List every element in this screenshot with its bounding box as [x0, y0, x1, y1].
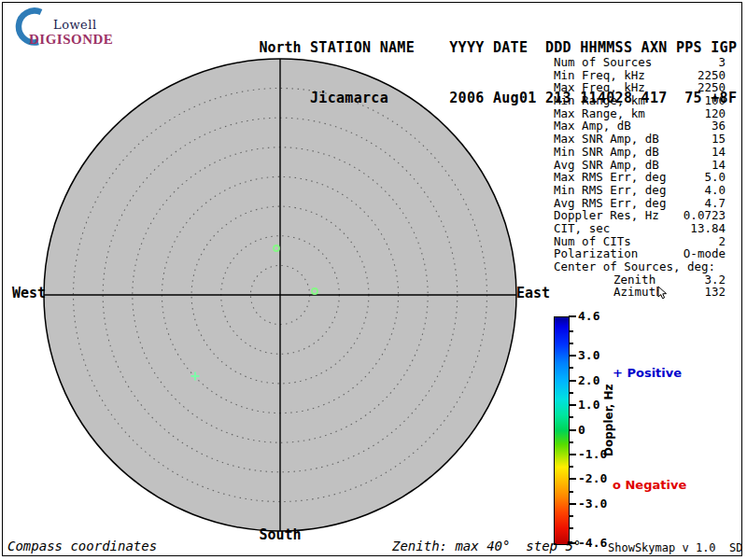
stat-value: 3 [718, 56, 726, 69]
stat-row: Azimuth132 [554, 286, 726, 299]
stat-row: Avg SNR Amp, dB14 [554, 159, 726, 172]
stat-label: Max Amp, dB [554, 119, 631, 133]
colorbar-tick [569, 404, 576, 406]
stat-label: Zenith [613, 273, 655, 287]
stat-label: Doppler Res, Hz [554, 209, 659, 222]
stat-label: CIT, sec [554, 222, 610, 235]
colorbar-tick [569, 478, 576, 480]
stat-row: Min Range, km100 [554, 94, 726, 107]
stat-label: Polarization [554, 247, 638, 260]
doppler-colorbar [554, 316, 570, 545]
zenith-scale-label: Zenith: max 40° step 5° [392, 539, 581, 553]
stat-value: 14 [712, 159, 726, 172]
stat-row: Avg RMS Err, deg4.7 [554, 197, 726, 210]
measurement-stats-panel: Num of Sources3Min Freq, kHz2250Max Freq… [554, 56, 726, 299]
stat-label: Max SNR Amp, dB [554, 133, 659, 146]
colorbar-tick [569, 367, 573, 369]
stat-row: Max Freq, kHz2250 [554, 81, 726, 94]
colorbar-tick-label: -4.6 [578, 537, 607, 550]
colorbar-tick [569, 515, 573, 517]
stat-row: Doppler Res, Hz0.0723 [554, 209, 726, 222]
colorbar-tick [569, 416, 573, 418]
stat-value: 4.7 [704, 197, 726, 210]
stat-value: 13.84 [690, 222, 726, 235]
stat-value: 2 [718, 235, 726, 248]
stat-label: Min Freq, kHz [554, 69, 645, 82]
legend-negative-label: Negative [625, 478, 686, 492]
colorbar-tick [569, 330, 573, 332]
stat-row: Min SNR Amp, dB14 [554, 146, 726, 159]
stat-row: Zenith3.2 [554, 273, 726, 287]
stat-value: 2250 [698, 69, 726, 82]
colorbar-tick-label: 1.0 [578, 399, 599, 412]
legend-positive-label: Positive [627, 366, 682, 380]
stat-label: Max Range, km [554, 107, 645, 120]
stat-row: Min RMS Err, deg4.0 [554, 184, 726, 197]
colorbar-tick [569, 527, 573, 529]
stat-label: Max RMS Err, deg [554, 171, 666, 184]
colorbar-tick-label: -3.0 [578, 497, 607, 511]
circle-marker-icon: o [613, 478, 621, 492]
colorbar-tick-label: 2.0 [578, 374, 599, 387]
stat-label: Num of CITs [554, 235, 631, 248]
colorbar-tick [569, 491, 573, 493]
legend-negative: o Negative [613, 478, 686, 492]
stat-label: Center of Sources, deg: [554, 260, 715, 273]
stat-row: Min Freq, kHz2250 [554, 69, 726, 82]
stat-row: Max RMS Err, deg5.0 [554, 171, 726, 184]
stat-label: Avg SNR Amp, dB [554, 159, 659, 172]
version-label: ShowSkymap v 1.0 SD v 4.2 [608, 541, 747, 554]
stat-value: 2250 [698, 81, 726, 94]
colorbar-tick-label: 0 [578, 424, 585, 437]
west-label: West [12, 285, 46, 301]
stat-label: Min RMS Err, deg [554, 184, 666, 197]
colorbar-tick [569, 380, 576, 382]
colorbar-tick [569, 343, 573, 344]
stat-value: 5.0 [704, 171, 726, 184]
stat-value: 36 [712, 119, 726, 133]
plus-marker-icon: + [613, 366, 623, 380]
stat-label: Num of Sources [554, 56, 652, 69]
stat-row: PolarizationO-mode [554, 247, 726, 260]
colorbar-tick [569, 466, 573, 468]
stat-row: Center of Sources, deg: [554, 260, 726, 273]
colorbar-axis-title: Doppler, Hz [602, 384, 615, 456]
stat-row: CIT, sec13.84 [554, 222, 726, 235]
colorbar-tick [569, 392, 573, 394]
stat-value: 3.2 [704, 273, 726, 287]
colorbar-tick [569, 315, 576, 317]
east-label: East [516, 285, 550, 301]
logo-lowell-text: Lowell [53, 18, 97, 32]
north-label: North [0, 39, 560, 56]
stat-row: Max Amp, dB36 [554, 119, 726, 133]
colorbar-tick [569, 441, 573, 443]
mouse-cursor-icon [657, 286, 670, 301]
stat-row: Num of Sources3 [554, 56, 726, 69]
stat-value: 100 [704, 94, 726, 107]
stat-label: Avg RMS Err, deg [554, 197, 666, 210]
colorbar-tick [569, 429, 576, 431]
legend-positive: + Positive [613, 366, 682, 380]
colorbar-tick-label: 4.6 [578, 310, 599, 323]
stat-value: 14 [712, 146, 726, 159]
stat-value: 4.0 [704, 184, 726, 197]
showskymap-window: { "logo": { "lowell": "Lowell", "digison… [0, 0, 747, 560]
coordinates-mode-label: Compass coordinates [7, 539, 157, 553]
colorbar-tick-label: -2.0 [578, 472, 607, 485]
stat-value: 15 [712, 133, 726, 146]
stat-row: Max SNR Amp, dB15 [554, 133, 726, 146]
stat-row: Num of CITs2 [554, 235, 726, 248]
stat-value: 120 [704, 107, 726, 120]
stat-label: Max Freq, kHz [554, 81, 645, 94]
stat-label: Azimuth [613, 286, 663, 299]
stat-value: O-mode [684, 247, 726, 260]
stat-row: Max Range, km120 [554, 107, 726, 120]
colorbar-tick [569, 503, 576, 505]
stat-label: Min Range, km [554, 94, 645, 107]
stat-label: Min SNR Amp, dB [554, 146, 659, 159]
stat-value: 132 [704, 286, 726, 299]
colorbar-tick [569, 355, 576, 357]
stat-value: 0.0723 [684, 209, 726, 222]
colorbar-tick [569, 454, 576, 455]
colorbar-tick-label: 3.0 [578, 349, 599, 362]
